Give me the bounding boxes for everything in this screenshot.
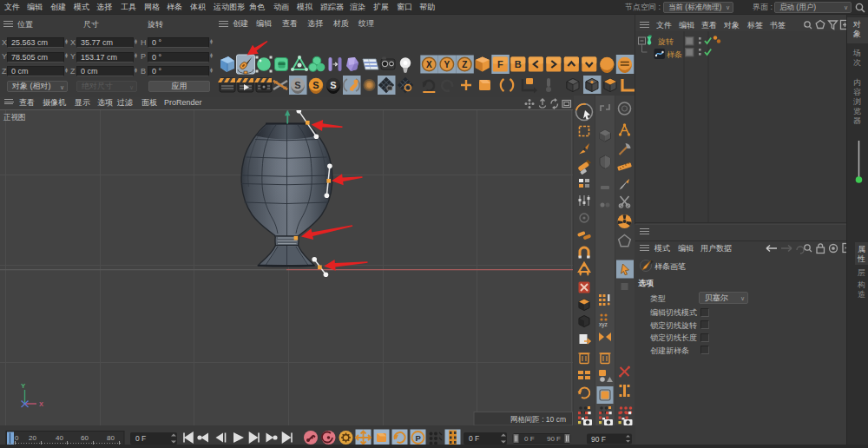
svg-text:旋转: 旋转 bbox=[658, 37, 674, 46]
svg-text:正视图: 正视图 bbox=[3, 113, 26, 122]
svg-text:0 F: 0 F bbox=[524, 435, 535, 443]
svg-text:X: X bbox=[426, 60, 432, 69]
svg-text:S: S bbox=[294, 80, 300, 90]
svg-text:X: X bbox=[39, 400, 43, 408]
svg-text:P: P bbox=[416, 433, 422, 443]
svg-text:90 F: 90 F bbox=[591, 435, 606, 444]
svg-text:90 F: 90 F bbox=[547, 435, 561, 443]
svg-text:Y: Y bbox=[21, 382, 26, 390]
svg-text:B: B bbox=[515, 59, 522, 69]
svg-text:S: S bbox=[330, 80, 336, 90]
svg-text:80: 80 bbox=[107, 434, 115, 442]
svg-text:F: F bbox=[497, 59, 503, 69]
svg-text:Z: Z bbox=[462, 60, 467, 69]
svg-text:网格间距 : 10 cm: 网格间距 : 10 cm bbox=[510, 415, 566, 424]
svg-text:40: 40 bbox=[56, 434, 63, 442]
svg-text:0 F: 0 F bbox=[135, 434, 146, 443]
svg-text:样条: 样条 bbox=[667, 50, 682, 59]
svg-text:20: 20 bbox=[29, 434, 36, 442]
svg-text:0 F: 0 F bbox=[469, 434, 479, 443]
svg-text:xyz: xyz bbox=[599, 321, 608, 328]
svg-text:0: 0 bbox=[15, 434, 19, 442]
svg-text:Y: Y bbox=[444, 60, 450, 69]
svg-text:60: 60 bbox=[81, 434, 89, 442]
